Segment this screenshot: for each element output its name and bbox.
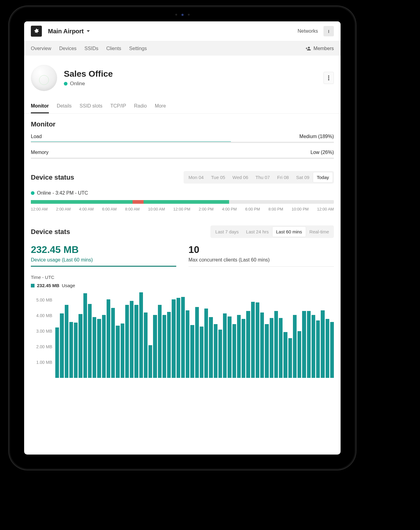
- usage-bar: [242, 319, 245, 378]
- site-picker[interactable]: Main Airport: [48, 28, 90, 35]
- timeline-ticks: 12:00 AM2:00 AM4:00 AM6:00 AM8:00 AM10:0…: [31, 207, 334, 211]
- usage-bar: [293, 315, 297, 378]
- timeline-status: Online - 3:42 PM - UTC: [31, 190, 334, 196]
- timeline-status-text: Online - 3:42 PM - UTC: [37, 190, 88, 196]
- page-title: Sales Office: [64, 69, 113, 79]
- screen: Main Airport Networks I OverviewDevicesS…: [24, 21, 341, 455]
- range-option[interactable]: Real-time: [306, 227, 333, 237]
- avatar[interactable]: I: [323, 26, 334, 36]
- usage-bar: [298, 331, 301, 378]
- usage-bar: [302, 311, 306, 378]
- tab-monitor[interactable]: Monitor: [31, 103, 49, 113]
- chevron-down-icon: [87, 30, 90, 32]
- usage-bar: [148, 345, 152, 378]
- timeline-tick: 4:00 AM: [79, 207, 94, 211]
- usage-bar: [214, 324, 217, 378]
- subnav-item-clients[interactable]: Clients: [106, 46, 121, 51]
- status-badge: Online: [64, 81, 113, 87]
- memory-metric: Memory Low (26%): [31, 150, 334, 159]
- usage-bar: [88, 304, 92, 378]
- tab-ssid-slots[interactable]: SSID slots: [80, 103, 103, 113]
- usage-bar: [326, 319, 329, 378]
- day-option[interactable]: Tue 05: [207, 172, 229, 182]
- usage-bar: [74, 323, 78, 378]
- usage-bar: [321, 310, 324, 378]
- usage-bar: [251, 302, 255, 378]
- usage-bar: [204, 309, 208, 378]
- content: Monitor Load Medium (189%) Memory Low (2…: [24, 114, 341, 385]
- day-option[interactable]: Sat 09: [293, 172, 313, 182]
- brand-logo[interactable]: [31, 26, 42, 37]
- subnav-item-overview[interactable]: Overview: [31, 46, 51, 51]
- site-name: Main Airport: [48, 28, 84, 35]
- networks-link[interactable]: Networks: [298, 28, 318, 34]
- timeline-tick: 2:00 AM: [56, 207, 71, 211]
- timeline-tick: 6:00 PM: [245, 207, 260, 211]
- day-option[interactable]: Mon 04: [185, 172, 207, 182]
- page-header: Sales Office Online: [24, 56, 341, 91]
- usage-bar: [163, 315, 166, 378]
- timeline-segment-green: [144, 200, 229, 204]
- usage-bar: [316, 320, 320, 378]
- usage-bar: [116, 326, 119, 378]
- tab-details[interactable]: Details: [57, 103, 72, 113]
- day-option[interactable]: Wed 06: [229, 172, 252, 182]
- usage-bar: [102, 315, 106, 378]
- stat-value: 10: [188, 244, 334, 255]
- stat-card[interactable]: 232.45 MBDevice usage (Last 60 mins): [31, 244, 176, 267]
- usage-bar: [107, 299, 110, 378]
- load-metric: Load Medium (189%): [31, 134, 334, 143]
- members-label: Members: [313, 46, 334, 51]
- subnav-item-settings[interactable]: Settings: [129, 46, 147, 51]
- section-tabs: MonitorDetailsSSID slotsTCP/IPRadioMore: [24, 91, 341, 114]
- day-option[interactable]: Fri 08: [273, 172, 292, 182]
- stat-label: Max concurrent clients (Last 60 mins): [188, 257, 334, 263]
- subnav-item-ssids[interactable]: SSIDs: [85, 46, 98, 51]
- usage-bar: [237, 315, 241, 378]
- members-button[interactable]: Members: [305, 46, 334, 51]
- usage-bar: [172, 299, 175, 378]
- range-option[interactable]: Last 24 hrs: [243, 227, 272, 237]
- range-option[interactable]: Last 60 mins: [272, 227, 306, 237]
- load-label: Load: [31, 134, 42, 139]
- more-actions-button[interactable]: [323, 72, 334, 84]
- stat-label: Device usage (Last 60 mins): [31, 257, 176, 263]
- day-option[interactable]: Thu 07: [252, 172, 274, 182]
- topbar: Main Airport Networks I: [24, 21, 341, 41]
- online-dot-icon: [64, 82, 68, 86]
- tab-radio[interactable]: Radio: [134, 103, 147, 113]
- usage-bar: [260, 313, 264, 378]
- usage-bar: [228, 316, 231, 378]
- stat-card[interactable]: 10Max concurrent clients (Last 60 mins): [188, 244, 334, 267]
- timeline-tick: 10:00 PM: [292, 207, 309, 211]
- subnav-item-devices[interactable]: Devices: [59, 46, 77, 51]
- tab-more[interactable]: More: [155, 103, 166, 113]
- timeline-tick: 2:00 PM: [199, 207, 214, 211]
- timeline-tick: 4:00 PM: [222, 207, 237, 211]
- usage-bar-chart: 1.00 MB2.00 MB3.00 MB4.00 MB5.00 MB: [55, 292, 334, 378]
- usage-bar: [121, 323, 124, 378]
- usage-bar: [153, 315, 157, 378]
- day-option[interactable]: Today: [313, 172, 333, 182]
- usage-bar: [288, 338, 292, 378]
- usage-bar: [83, 293, 87, 378]
- memory-value: Low (26%): [311, 150, 334, 155]
- timeline-segment-green: [31, 200, 133, 204]
- usage-bar: [190, 325, 194, 378]
- usage-bar: [79, 314, 82, 378]
- device-status-section: Device status Mon 04Tue 05Wed 06Thu 07Fr…: [31, 171, 334, 211]
- legend-word: Usage: [62, 283, 75, 288]
- add-user-icon: [305, 46, 311, 51]
- brand-icon: [33, 28, 40, 35]
- range-option[interactable]: Last 7 days: [212, 227, 243, 237]
- tab-tcp-ip[interactable]: TCP/IP: [110, 103, 126, 113]
- range-picker: Last 7 daysLast 24 hrsLast 60 minsReal-t…: [210, 225, 334, 238]
- usage-bar: [270, 318, 273, 378]
- legend-swatch-icon: [31, 284, 35, 287]
- device-image: [31, 65, 57, 91]
- usage-bar: [60, 313, 64, 378]
- usage-bar: [93, 317, 96, 378]
- usage-bar: [186, 310, 189, 378]
- chart-legend: 232.45 MB Usage: [31, 283, 334, 288]
- online-dot-icon: [31, 191, 35, 195]
